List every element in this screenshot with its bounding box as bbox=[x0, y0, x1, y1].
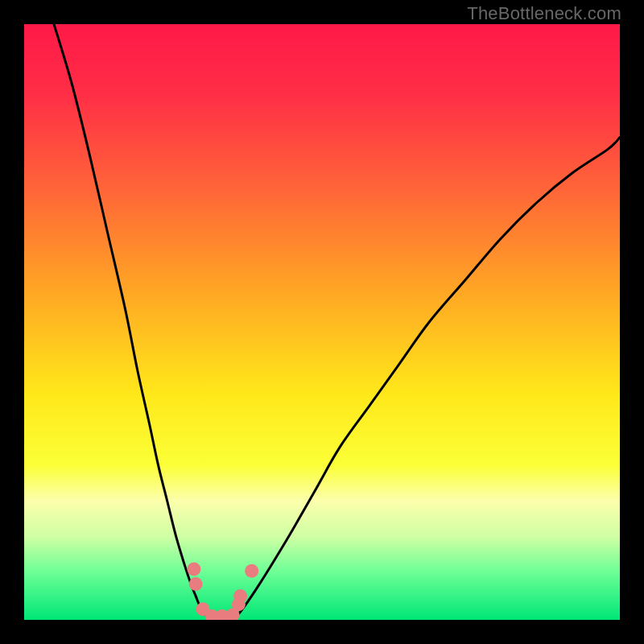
plot-frame bbox=[24, 24, 620, 620]
data-dot bbox=[233, 589, 247, 603]
data-dot bbox=[189, 577, 203, 591]
data-dots bbox=[187, 563, 258, 620]
curve-left-branch bbox=[54, 24, 208, 620]
curve-right-branch bbox=[233, 138, 620, 620]
data-dot bbox=[187, 563, 200, 576]
data-dot bbox=[245, 564, 258, 578]
curves-layer bbox=[24, 24, 620, 620]
watermark-text: TheBottleneck.com bbox=[467, 3, 621, 24]
